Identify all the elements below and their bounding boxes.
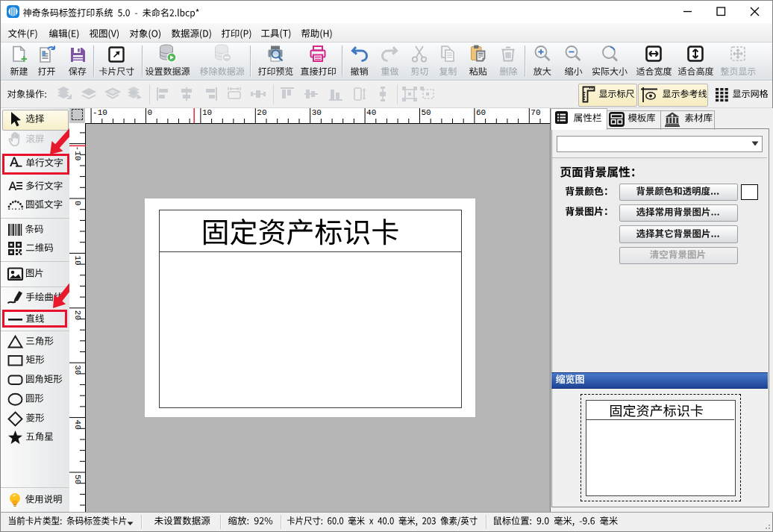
svg-text:50: 50 — [422, 108, 431, 117]
svg-text:0: 0 — [73, 201, 82, 206]
svg-text:10: 10 — [202, 108, 212, 117]
svg-text:0: 0 — [148, 108, 153, 117]
svg-text:-10: -10 — [93, 108, 107, 117]
svg-text:-10: -10 — [73, 146, 82, 161]
svg-text:20: 20 — [257, 108, 266, 117]
svg-text:40: 40 — [366, 108, 376, 117]
svg-text:70: 70 — [531, 108, 540, 117]
svg-text:60: 60 — [476, 108, 486, 117]
svg-text:30: 30 — [312, 108, 322, 117]
